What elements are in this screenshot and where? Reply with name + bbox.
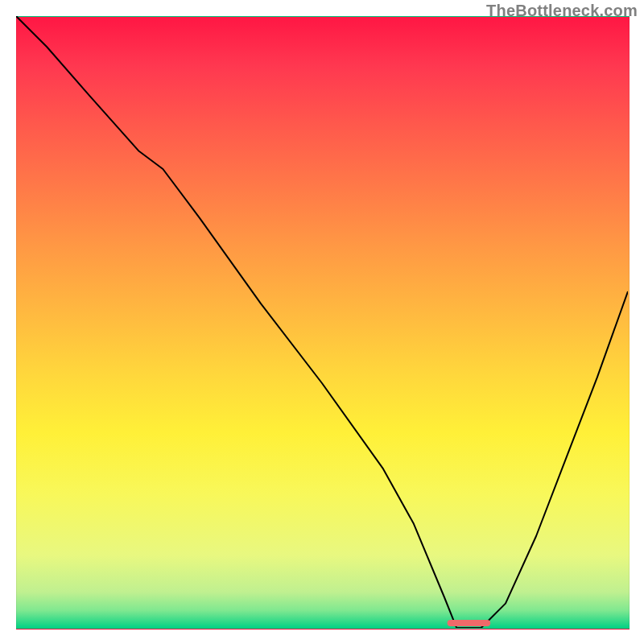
gradient-plot-area [16,16,630,630]
watermark-label: TheBottleneck.com [486,2,638,20]
chart-container: TheBottleneck.com [0,0,644,644]
